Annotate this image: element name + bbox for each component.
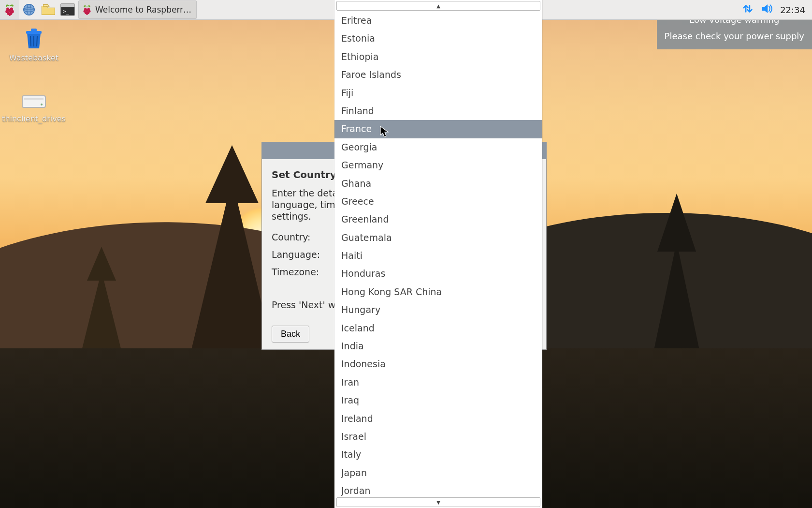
country-option[interactable]: Eritrea bbox=[334, 12, 542, 30]
trash-icon bbox=[22, 27, 45, 50]
speaker-icon bbox=[761, 2, 773, 15]
dropdown-scroll-up[interactable]: ▲ bbox=[336, 1, 540, 11]
country-option[interactable]: Haiti bbox=[334, 247, 542, 265]
chevron-down-icon: ▼ bbox=[436, 500, 440, 505]
country-option[interactable]: Ireland bbox=[334, 410, 542, 428]
country-option[interactable]: Georgia bbox=[334, 138, 542, 156]
raspberry-icon bbox=[82, 4, 92, 15]
drive-icon bbox=[21, 92, 46, 111]
country-dropdown-list[interactable]: EritreaEstoniaEthiopiaFaroe IslandsFijiF… bbox=[334, 12, 542, 496]
terminal-icon: >_ bbox=[60, 3, 75, 16]
country-option[interactable]: Ghana bbox=[334, 175, 542, 193]
terminal-launcher[interactable]: >_ bbox=[58, 0, 77, 19]
country-option[interactable]: Jordan bbox=[334, 482, 542, 496]
country-option[interactable]: Italy bbox=[334, 446, 542, 463]
svg-rect-13 bbox=[61, 4, 75, 7]
dropdown-scroll-down[interactable]: ▼ bbox=[336, 497, 540, 507]
svg-rect-29 bbox=[24, 98, 44, 100]
country-option[interactable]: Finland bbox=[334, 102, 542, 120]
network-indicator[interactable] bbox=[741, 2, 754, 17]
svg-rect-24 bbox=[31, 29, 37, 31]
raspberry-icon bbox=[3, 3, 16, 16]
country-option[interactable]: Ethiopia bbox=[334, 48, 542, 66]
svg-point-19 bbox=[86, 9, 88, 12]
country-option[interactable]: India bbox=[334, 337, 542, 355]
clock[interactable]: 22:34 bbox=[780, 5, 805, 15]
country-option[interactable]: Fiji bbox=[334, 84, 542, 102]
volume-indicator[interactable] bbox=[761, 2, 773, 17]
desktop-icon-label: thinclient_drives bbox=[2, 114, 66, 124]
country-option[interactable]: Hungary bbox=[334, 301, 542, 319]
svg-point-7 bbox=[9, 14, 11, 16]
country-option[interactable]: Honduras bbox=[334, 265, 542, 283]
country-option[interactable]: Israel bbox=[334, 428, 542, 446]
country-option[interactable]: Greenland bbox=[334, 210, 542, 228]
svg-point-4 bbox=[8, 9, 12, 13]
country-option[interactable]: Estonia bbox=[334, 30, 542, 47]
country-option[interactable]: Iraq bbox=[334, 391, 542, 409]
country-option[interactable]: Guatemala bbox=[334, 229, 542, 247]
country-option[interactable]: Germany bbox=[334, 156, 542, 174]
country-option[interactable]: Faroe Islands bbox=[334, 66, 542, 84]
country-option[interactable]: Iceland bbox=[334, 319, 542, 337]
back-button[interactable]: Back bbox=[272, 326, 309, 343]
file-manager-launcher[interactable] bbox=[39, 0, 58, 19]
country-option[interactable]: Hong Kong SAR China bbox=[334, 283, 542, 301]
country-option[interactable]: Greece bbox=[334, 193, 542, 210]
task-welcome-to-raspberry[interactable]: Welcome to Raspberr… bbox=[78, 0, 197, 19]
svg-text:>_: >_ bbox=[63, 8, 69, 15]
system-tray: 22:34 bbox=[735, 2, 812, 17]
menu-button[interactable] bbox=[0, 0, 19, 19]
country-option[interactable]: Indonesia bbox=[334, 355, 542, 373]
svg-point-30 bbox=[41, 104, 43, 105]
desktop-icon-wastebasket[interactable]: Wastebasket bbox=[0, 27, 68, 63]
globe-icon bbox=[22, 3, 36, 16]
svg-line-27 bbox=[37, 36, 37, 46]
country-option[interactable]: France bbox=[334, 120, 542, 138]
task-item-label: Welcome to Raspberr… bbox=[95, 5, 191, 15]
country-option[interactable]: Japan bbox=[334, 464, 542, 482]
country-option[interactable]: Iran bbox=[334, 374, 542, 391]
svg-line-25 bbox=[30, 36, 31, 46]
desktop-icon-thinclient-drives[interactable]: thinclient_drives bbox=[0, 92, 68, 124]
country-dropdown-popup: ▲ EritreaEstoniaEthiopiaFaroe IslandsFij… bbox=[334, 0, 542, 508]
network-updown-icon bbox=[741, 2, 754, 15]
chevron-up-icon: ▲ bbox=[436, 3, 440, 9]
svg-point-22 bbox=[86, 13, 88, 15]
web-browser-launcher[interactable] bbox=[19, 0, 39, 19]
warning-line: Please check your power supply bbox=[665, 28, 804, 45]
desktop-icon-label: Wastebasket bbox=[9, 53, 58, 63]
folder-icon bbox=[41, 4, 56, 15]
svg-rect-28 bbox=[22, 96, 45, 107]
